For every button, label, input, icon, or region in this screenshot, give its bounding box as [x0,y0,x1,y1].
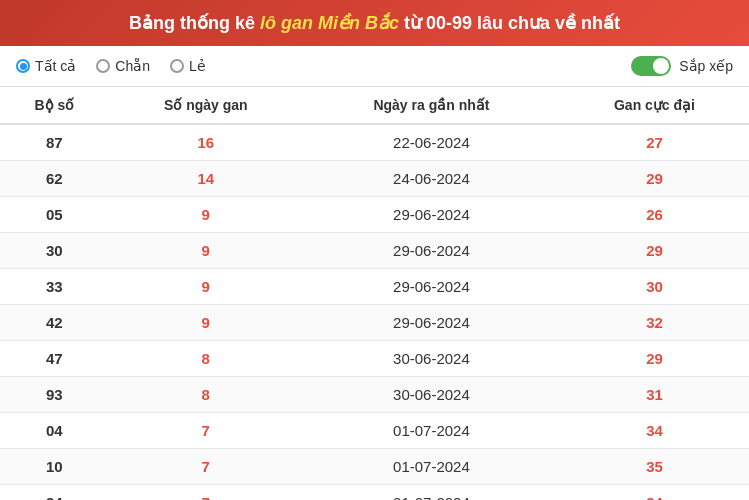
cell-gan-cuc-dai: 34 [560,485,749,501]
cell-ngay-ra: 01-07-2024 [303,449,560,485]
cell-gan-cuc-dai: 30 [560,269,749,305]
cell-so-ngay-gan: 14 [109,161,303,197]
cell-ngay-ra: 29-06-2024 [303,197,560,233]
filter-chan-label: Chẵn [115,58,150,74]
table-row: 33929-06-202430 [0,269,749,305]
col-header-gan-cuc-dai: Gan cực đại [560,87,749,124]
table-header-row: Bộ số Số ngày gan Ngày ra gần nhất Gan c… [0,87,749,124]
cell-bo-so: 30 [0,233,109,269]
table-row: 05929-06-202426 [0,197,749,233]
table-row: 47830-06-202429 [0,341,749,377]
page-header: Bảng thống kê lô gan Miền Bắc từ 00-99 l… [0,0,749,46]
cell-gan-cuc-dai: 27 [560,124,749,161]
cell-gan-cuc-dai: 26 [560,197,749,233]
cell-bo-so: 62 [0,161,109,197]
cell-ngay-ra: 01-07-2024 [303,485,560,501]
cell-so-ngay-gan: 7 [109,485,303,501]
cell-bo-so: 47 [0,341,109,377]
cell-bo-so: 87 [0,124,109,161]
col-header-so-ngay-gan: Số ngày gan [109,87,303,124]
col-header-bo-so: Bộ số [0,87,109,124]
cell-bo-so: 05 [0,197,109,233]
table-row: 93830-06-202431 [0,377,749,413]
cell-so-ngay-gan: 9 [109,233,303,269]
cell-bo-so: 93 [0,377,109,413]
cell-bo-so: 42 [0,305,109,341]
table-row: 04701-07-202434 [0,413,749,449]
table-row: 42929-06-202432 [0,305,749,341]
sort-toggle-label: Sắp xếp [679,58,733,74]
cell-bo-so: 33 [0,269,109,305]
cell-gan-cuc-dai: 29 [560,341,749,377]
cell-ngay-ra: 22-06-2024 [303,124,560,161]
cell-gan-cuc-dai: 32 [560,305,749,341]
radio-le[interactable] [170,59,184,73]
cell-so-ngay-gan: 7 [109,413,303,449]
cell-so-ngay-gan: 9 [109,305,303,341]
cell-ngay-ra: 30-06-2024 [303,377,560,413]
filter-options: Tất cả Chẵn Lẻ [16,58,206,74]
table-row: 621424-06-202429 [0,161,749,197]
title-highlight: lô gan Miền Bắc [260,13,399,33]
cell-ngay-ra: 29-06-2024 [303,269,560,305]
cell-so-ngay-gan: 8 [109,341,303,377]
sort-toggle-switch[interactable] [631,56,671,76]
radio-chan[interactable] [96,59,110,73]
cell-ngay-ra: 24-06-2024 [303,161,560,197]
table-row: 34701-07-202434 [0,485,749,501]
col-header-ngay-ra: Ngày ra gần nhất [303,87,560,124]
sort-toggle-container: Sắp xếp [631,56,733,76]
table-row: 871622-06-202427 [0,124,749,161]
filter-le[interactable]: Lẻ [170,58,206,74]
cell-so-ngay-gan: 9 [109,269,303,305]
cell-so-ngay-gan: 16 [109,124,303,161]
cell-so-ngay-gan: 7 [109,449,303,485]
table-row: 30929-06-202429 [0,233,749,269]
cell-ngay-ra: 29-06-2024 [303,305,560,341]
filter-all-label: Tất cả [35,58,76,74]
page-title: Bảng thống kê lô gan Miền Bắc từ 00-99 l… [16,12,733,34]
cell-bo-so: 34 [0,485,109,501]
cell-ngay-ra: 30-06-2024 [303,341,560,377]
cell-gan-cuc-dai: 29 [560,161,749,197]
title-prefix: Bảng thống kê [129,13,260,33]
cell-gan-cuc-dai: 29 [560,233,749,269]
cell-ngay-ra: 29-06-2024 [303,233,560,269]
filter-chan[interactable]: Chẵn [96,58,150,74]
cell-bo-so: 10 [0,449,109,485]
title-suffix: từ 00-99 lâu chưa về nhất [399,13,620,33]
filter-all[interactable]: Tất cả [16,58,76,74]
filter-le-label: Lẻ [189,58,206,74]
cell-so-ngay-gan: 8 [109,377,303,413]
cell-gan-cuc-dai: 35 [560,449,749,485]
table-row: 10701-07-202435 [0,449,749,485]
cell-ngay-ra: 01-07-2024 [303,413,560,449]
cell-so-ngay-gan: 9 [109,197,303,233]
cell-bo-so: 04 [0,413,109,449]
data-table: Bộ số Số ngày gan Ngày ra gần nhất Gan c… [0,87,749,500]
cell-gan-cuc-dai: 34 [560,413,749,449]
filter-bar: Tất cả Chẵn Lẻ Sắp xếp [0,46,749,87]
radio-all[interactable] [16,59,30,73]
cell-gan-cuc-dai: 31 [560,377,749,413]
